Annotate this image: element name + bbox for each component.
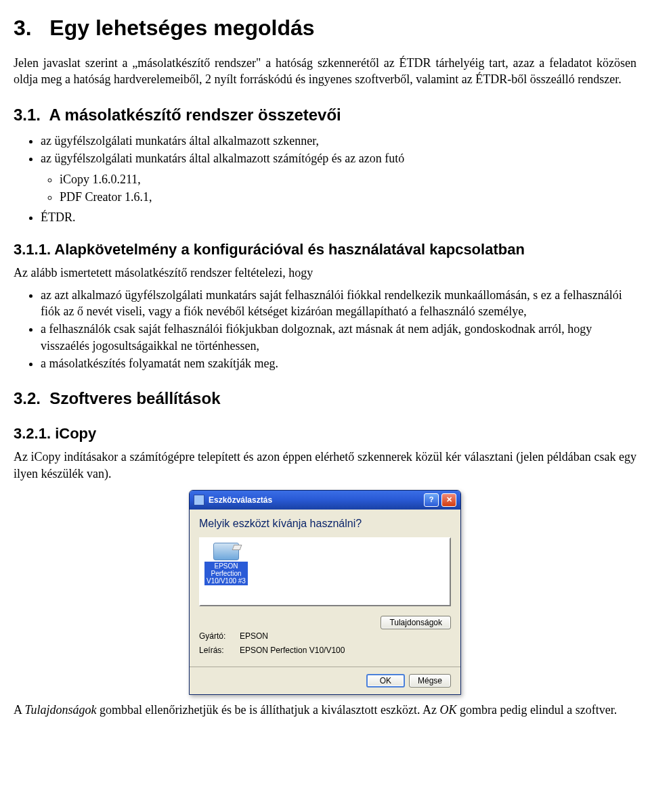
text-italic: Tulajdonságok bbox=[25, 703, 97, 717]
heading-3: 3. Egy lehetséges megoldás bbox=[14, 14, 636, 43]
app-icon bbox=[194, 495, 204, 505]
heading-3-1: 3.1. A másolatkészítő rendszer összetevő… bbox=[14, 104, 636, 126]
paragraph-intro: Jelen javaslat szerint a „másolatkészítő… bbox=[14, 55, 636, 88]
heading-3-2-1: 3.2.1. iCopy bbox=[14, 424, 636, 444]
close-button[interactable]: ✕ bbox=[441, 493, 456, 507]
dialog-heading: Melyik eszközt kívánja használni? bbox=[199, 516, 451, 531]
device-label: EPSON Perfection V10/V100 #3 bbox=[204, 562, 248, 585]
dialog-screenshot: Eszközválasztás ? ✕ Melyik eszközt kíván… bbox=[14, 490, 636, 695]
text-italic: OK bbox=[439, 703, 456, 717]
list-subitem: PDF Creator 1.6.1, bbox=[60, 189, 636, 205]
heading-3-2: 3.2. Szoftveres beállítások bbox=[14, 388, 636, 409]
properties-button[interactable]: Tulajdonságok bbox=[381, 616, 451, 629]
list-item: a másolatkészítés folyamatát nem szakítj… bbox=[41, 355, 636, 371]
list-item: az ügyfélszolgálati munkatárs által alka… bbox=[41, 133, 636, 149]
ok-button[interactable]: OK bbox=[366, 674, 405, 687]
help-button[interactable]: ? bbox=[424, 493, 439, 507]
dialog-title: Eszközválasztás bbox=[209, 495, 421, 505]
heading-3-1-1: 3.1.1. Alapkövetelmény a konfigurációval… bbox=[14, 240, 636, 260]
list-requirements: az azt alkalmazó ügyfélszolgálati munkat… bbox=[14, 287, 636, 371]
scanner-icon bbox=[213, 543, 239, 560]
list-item: ÉTDR. bbox=[41, 209, 636, 225]
list-item: az azt alkalmazó ügyfélszolgálati munkat… bbox=[41, 287, 636, 320]
text-seg: A bbox=[14, 703, 25, 717]
paragraph-311-intro: Az alább ismertetett másolatkészítő rend… bbox=[14, 265, 636, 281]
cancel-button[interactable]: Mégse bbox=[409, 674, 451, 687]
manufacturer-label: Gyártó: bbox=[199, 631, 240, 641]
list-components: az ügyfélszolgálati munkatárs által alka… bbox=[14, 133, 636, 225]
dialog-footer: OK Mégse bbox=[190, 667, 460, 694]
device-item[interactable]: EPSON Perfection V10/V100 #3 bbox=[204, 543, 248, 585]
device-details: Tulajdonságok Gyártó: EPSON Leírás: EPSO… bbox=[199, 616, 451, 656]
paragraph-last: A Tulajdonságok gombbal ellenőrizhetjük … bbox=[14, 702, 636, 718]
description-label: Leírás: bbox=[199, 645, 240, 656]
list-subitem: iCopy 1.6.0.211, bbox=[60, 171, 636, 187]
description-value: EPSON Perfection V10/V100 bbox=[240, 645, 451, 656]
list-item: az ügyfélszolgálati munkatárs által alka… bbox=[41, 150, 636, 205]
paragraph-321: Az iCopy indításakor a számítógépre tele… bbox=[14, 449, 636, 482]
list-item-text: az ügyfélszolgálati munkatárs által alka… bbox=[41, 152, 404, 165]
manufacturer-value: EPSON bbox=[240, 631, 451, 641]
text-seg: gombra pedig elindul a szoftver. bbox=[456, 703, 617, 717]
dialog-titlebar: Eszközválasztás ? ✕ bbox=[190, 491, 460, 510]
list-item: a felhasználók csak saját felhasználói f… bbox=[41, 321, 636, 354]
device-list[interactable]: EPSON Perfection V10/V100 #3 bbox=[199, 537, 451, 606]
device-selection-dialog: Eszközválasztás ? ✕ Melyik eszközt kíván… bbox=[189, 490, 461, 695]
text-seg: gombbal ellenőrizhetjük és be is állítha… bbox=[97, 703, 440, 717]
